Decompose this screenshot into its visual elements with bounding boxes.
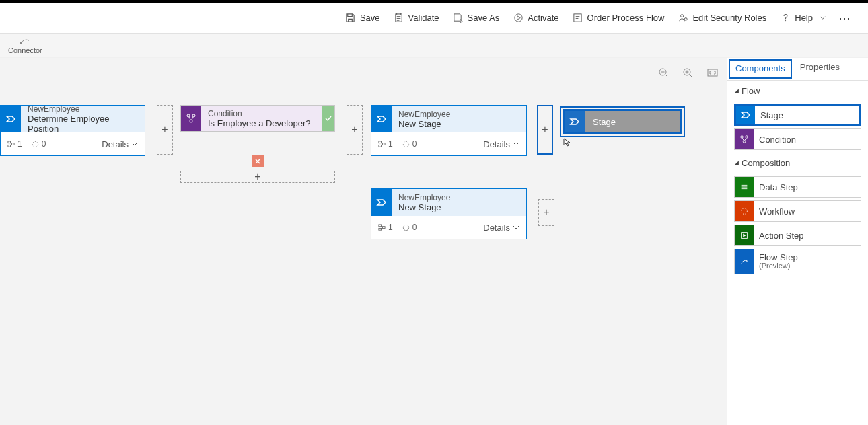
- tab-properties[interactable]: Properties: [793, 58, 846, 80]
- steps-count: 1: [7, 139, 22, 149]
- save-as-button[interactable]: Save As: [446, 9, 507, 28]
- details-toggle[interactable]: Details: [483, 223, 519, 233]
- component-stage[interactable]: Stage: [734, 104, 861, 126]
- help-button[interactable]: Help: [773, 9, 834, 28]
- stage-card-3[interactable]: NewEmployee New Stage 1 0 Details: [371, 188, 527, 239]
- action-step-icon: [735, 225, 754, 245]
- component-label: Condition: [754, 135, 796, 144]
- designer-canvas[interactable]: NewEmployee Determine Employee Position …: [0, 58, 727, 425]
- condition-icon: [735, 129, 754, 149]
- details-toggle[interactable]: Details: [102, 139, 138, 149]
- security-label: Edit Security Roles: [692, 13, 766, 23]
- chevron-down-icon: [513, 224, 519, 231]
- condition-card[interactable]: Condition Is Employee a Developer?: [180, 105, 335, 132]
- svg-rect-16: [8, 141, 11, 143]
- svg-point-21: [192, 114, 195, 117]
- svg-point-31: [741, 136, 744, 139]
- branch-line: [258, 183, 258, 256]
- section-composition[interactable]: Composition: [727, 153, 868, 173]
- triggers-count: 0: [32, 139, 46, 149]
- details-toggle[interactable]: Details: [483, 139, 519, 149]
- panel-tabs: Components Properties: [727, 58, 868, 81]
- save-as-icon: [453, 13, 464, 24]
- svg-point-19: [32, 141, 38, 147]
- svg-point-6: [785, 20, 786, 21]
- svg-rect-24: [379, 145, 382, 147]
- steps-count: 1: [378, 139, 393, 149]
- svg-point-7: [20, 42, 22, 44]
- svg-point-22: [190, 120, 192, 122]
- stage-icon: [565, 111, 585, 132]
- validate-button[interactable]: Validate: [387, 9, 446, 28]
- security-icon: [678, 13, 688, 24]
- command-bar: Save Validate Save As Activate Order Pro…: [0, 3, 868, 34]
- svg-rect-18: [11, 143, 14, 145]
- components-panel: Components Properties Flow Stage Conditi…: [727, 58, 868, 425]
- stage-entity: NewEmployee: [398, 110, 519, 119]
- connector-label: Connector: [8, 46, 42, 54]
- help-label: Help: [795, 13, 813, 23]
- validate-label: Validate: [408, 13, 439, 23]
- stage-entity: NewEmployee: [28, 104, 138, 114]
- condition-false-marker: [252, 155, 264, 167]
- drop-slot[interactable]: +: [347, 105, 363, 155]
- branch-line: [258, 256, 371, 256]
- svg-rect-28: [379, 228, 382, 230]
- designer-mode-bar: Connector: [0, 34, 868, 58]
- activate-button[interactable]: Activate: [506, 9, 565, 28]
- order-icon: [573, 13, 583, 24]
- save-as-label: Save As: [468, 13, 500, 23]
- component-label: Data Step: [754, 183, 798, 192]
- svg-point-4: [680, 15, 683, 17]
- component-label: Stage: [755, 111, 783, 120]
- section-flow[interactable]: Flow: [727, 81, 868, 102]
- svg-point-34: [742, 208, 748, 215]
- triggers-count: 0: [402, 223, 417, 232]
- svg-rect-3: [574, 14, 581, 22]
- component-condition[interactable]: Condition: [734, 128, 861, 150]
- stage-icon: [736, 106, 755, 124]
- condition-name: Is Employee a Developer?: [208, 118, 316, 128]
- workflow-icon: [735, 201, 754, 221]
- help-icon: [780, 13, 791, 24]
- connector-icon: [20, 37, 30, 46]
- tab-components[interactable]: Components: [729, 59, 792, 79]
- svg-point-5: [684, 18, 687, 21]
- more-commands-button[interactable]: ⋯: [834, 11, 856, 26]
- component-data-step[interactable]: Data Step: [734, 176, 861, 198]
- save-button[interactable]: Save: [338, 9, 387, 28]
- stage-card-1[interactable]: NewEmployee Determine Employee Position …: [0, 105, 145, 156]
- svg-point-33: [743, 141, 746, 143]
- component-workflow[interactable]: Workflow: [734, 200, 861, 222]
- drop-slot[interactable]: +: [538, 199, 554, 226]
- svg-rect-29: [382, 226, 385, 228]
- flow-step-icon: [735, 249, 754, 274]
- chevron-down-icon: [817, 13, 828, 24]
- drop-slot-active[interactable]: +: [537, 105, 553, 155]
- drop-slot[interactable]: +: [157, 105, 173, 155]
- stage-card-2[interactable]: NewEmployee New Stage 1 0 Details: [371, 105, 527, 156]
- component-flow-step[interactable]: Flow Step (Preview): [734, 249, 861, 274]
- stage-name: New Stage: [398, 202, 519, 212]
- svg-point-26: [403, 141, 408, 147]
- stage-icon: [1, 106, 21, 132]
- drag-ghost-stage: Stage: [563, 109, 682, 134]
- order-process-flow-button[interactable]: Order Process Flow: [566, 9, 672, 28]
- svg-rect-23: [379, 141, 382, 143]
- order-label: Order Process Flow: [587, 13, 665, 23]
- chevron-down-icon: [131, 141, 138, 147]
- condition-icon: [181, 106, 201, 131]
- activate-icon: [513, 13, 523, 24]
- component-label: Flow Step (Preview): [754, 253, 798, 270]
- validate-icon: [394, 13, 404, 24]
- connector-tool[interactable]: Connector: [3, 37, 48, 57]
- drop-slot-below-condition[interactable]: +: [180, 171, 335, 183]
- component-action-step[interactable]: Action Step: [734, 225, 861, 246]
- save-icon: [345, 13, 356, 24]
- component-label: Action Step: [754, 231, 804, 240]
- condition-true-marker: [322, 106, 334, 131]
- triggers-count: 0: [402, 139, 417, 149]
- edit-security-roles-button[interactable]: Edit Security Roles: [671, 9, 773, 28]
- svg-rect-27: [379, 224, 382, 226]
- drag-ghost-label: Stage: [585, 117, 616, 127]
